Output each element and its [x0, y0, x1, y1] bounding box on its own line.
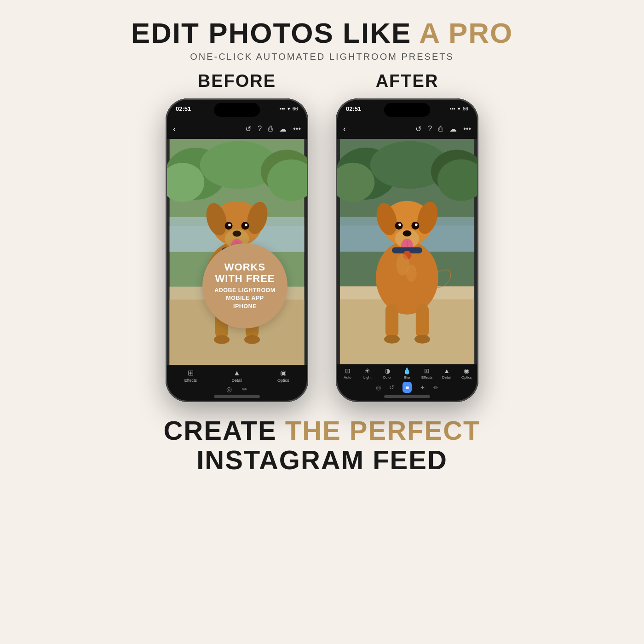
after-time: 02:51: [346, 105, 361, 112]
after-status-icons: ▪▪▪ ▾ 66: [450, 106, 468, 112]
history-icon[interactable]: ↺: [245, 125, 251, 133]
svg-rect-53: [416, 304, 429, 338]
after-tool-light[interactable]: ☀ Light: [359, 367, 376, 380]
after-detail-icon: ▲: [443, 367, 450, 374]
after-tool-row: ⊡ Auto ☀ Light ◑ Color 💧 Blur: [338, 367, 477, 380]
auto-label: Auto: [344, 375, 351, 380]
after-brush-icon[interactable]: ✏: [433, 384, 438, 391]
after-effects-icon: ⊞: [424, 367, 430, 374]
after-info-icon[interactable]: ?: [428, 125, 432, 133]
after-dog-image: [336, 139, 478, 364]
after-history-icon[interactable]: ↺: [415, 125, 421, 133]
after-home-bar: [384, 395, 430, 398]
svg-point-55: [414, 335, 430, 344]
svg-point-59: [406, 264, 417, 282]
after-effects-label: Effects: [421, 375, 432, 380]
after-tool-color[interactable]: ◑ Color: [379, 367, 396, 380]
after-phone: 02:51 ▪▪▪ ▾ 66 ‹ ↺ ? ⎙ ☁ •••: [336, 98, 478, 402]
svg-point-19: [245, 224, 247, 226]
signal-icon: ▪▪▪: [280, 106, 285, 111]
after-tool-row2: ◎ ↺ ≡ ✦ ✏: [338, 382, 477, 393]
before-bottom-toolbar: ⊞ Effects ▲ Detail ◉ Optics ◎ ✏: [166, 365, 308, 402]
wifi-icon: ▾: [288, 106, 290, 112]
before-tool-effects[interactable]: ⊞ Effects: [180, 368, 201, 383]
after-detail-label: Detail: [442, 375, 451, 380]
header-section: EDIT PHOTOS LIKE A PRO ONE-CLICK AUTOMAT…: [131, 17, 513, 62]
before-lr-toolbar: ‹ ↺ ? ⎙ ☁ •••: [166, 119, 308, 139]
after-adjust-active[interactable]: ≡: [402, 382, 412, 393]
after-dynamic-island: [384, 103, 430, 117]
after-battery: 66: [463, 106, 468, 111]
after-cloud-icon[interactable]: ☁: [449, 125, 457, 133]
svg-point-24: [214, 335, 230, 344]
light-icon: ☀: [364, 367, 370, 374]
after-tool-optics[interactable]: ◉ Optics: [458, 367, 475, 380]
before-column: BEFORE 02:51 ▪▪▪ ▾ 66 ‹ ↺ ? ⎙ ☁: [166, 71, 308, 402]
after-tool-effects[interactable]: ⊞ Effects: [419, 367, 435, 380]
before-lr-icons: ↺ ? ⎙ ☁ •••: [245, 125, 301, 133]
footer-title-line2: INSTAGRAM FEED: [163, 445, 480, 475]
share-icon[interactable]: ⎙: [268, 125, 273, 133]
svg-point-45: [403, 230, 412, 236]
effects-icon: ⊞: [188, 368, 194, 377]
after-tool-detail[interactable]: ▲ Detail: [438, 367, 455, 380]
after-radial-icon[interactable]: ◎: [376, 384, 381, 391]
after-column: AFTER 02:51 ▪▪▪ ▾ 66 ‹ ↺ ? ⎙ ☁: [336, 71, 478, 402]
after-share-icon[interactable]: ⎙: [438, 125, 443, 133]
after-status-bar: 02:51 ▪▪▪ ▾ 66: [336, 98, 478, 119]
svg-point-48: [398, 224, 401, 226]
after-more-icon[interactable]: •••: [463, 125, 471, 133]
battery-before: 66: [293, 106, 298, 111]
back-icon[interactable]: ‹: [173, 124, 176, 134]
footer-line1-highlight: THE PERFECT: [285, 415, 481, 445]
blur-icon: 💧: [403, 367, 411, 374]
optics-icon: ◉: [280, 368, 287, 377]
before-tool-optics[interactable]: ◉ Optics: [273, 368, 293, 383]
light-label: Light: [363, 375, 371, 380]
after-tool-auto[interactable]: ⊡ Auto: [339, 367, 356, 380]
after-lr-icons: ↺ ? ⎙ ☁ •••: [415, 125, 471, 133]
footer-section: CREATE THE PERFECT INSTAGRAM FEED: [163, 416, 480, 475]
after-label: AFTER: [376, 71, 439, 91]
dynamic-island: [214, 103, 260, 117]
after-back-icon[interactable]: ‹: [343, 124, 346, 134]
before-status-icons: ▪▪▪ ▾ 66: [280, 106, 298, 112]
info-icon[interactable]: ?: [258, 125, 262, 133]
radial-icon[interactable]: ◎: [226, 385, 232, 393]
svg-point-15: [233, 230, 242, 236]
after-optics-label: Optics: [461, 375, 472, 380]
svg-point-25: [244, 335, 260, 344]
before-time: 02:51: [176, 105, 191, 112]
after-photo: [336, 139, 478, 364]
cloud-icon[interactable]: ☁: [279, 125, 287, 133]
svg-point-18: [228, 224, 231, 226]
before-label: BEFORE: [198, 71, 276, 91]
badge-main-text: WORKS WITH FREE: [215, 261, 275, 285]
badge-sub-text: ADOBE LIGHTROOM MOBILE APP IPHONE: [214, 287, 276, 311]
after-signal-icon: ▪▪▪: [450, 106, 455, 111]
svg-rect-52: [385, 304, 398, 338]
detail-icon: ▲: [233, 369, 241, 377]
before-tool-detail[interactable]: ▲ Detail: [227, 369, 247, 383]
optics-label: Optics: [277, 378, 289, 383]
before-tool-row2: ◎ ✏: [167, 385, 306, 393]
effects-label: Effects: [184, 378, 197, 383]
badge-circle: WORKS WITH FREE ADOBE LIGHTROOM MOBILE A…: [202, 243, 288, 328]
more-icon[interactable]: •••: [293, 125, 301, 133]
after-rotate-icon[interactable]: ↺: [389, 384, 394, 391]
svg-point-49: [415, 224, 418, 226]
after-star-icon[interactable]: ✦: [420, 384, 425, 391]
after-wifi-icon: ▾: [458, 106, 460, 112]
footer-title-line1: CREATE THE PERFECT: [163, 416, 480, 445]
after-optics-icon: ◉: [464, 367, 469, 374]
after-bottom-toolbar: ⊡ Auto ☀ Light ◑ Color 💧 Blur: [336, 364, 478, 402]
brush-icon[interactable]: ✏: [242, 385, 247, 393]
auto-icon: ⊡: [345, 367, 351, 374]
main-title: EDIT PHOTOS LIKE A PRO: [131, 17, 513, 49]
before-status-bar: 02:51 ▪▪▪ ▾ 66: [166, 98, 308, 119]
detail-label: Detail: [231, 378, 242, 383]
after-tool-blur[interactable]: 💧 Blur: [399, 367, 415, 380]
header-subtitle: ONE-CLICK AUTOMATED LIGHTROOM PRESETS: [131, 52, 513, 62]
after-sliders-icon: ≡: [405, 384, 409, 391]
home-bar: [214, 395, 260, 398]
